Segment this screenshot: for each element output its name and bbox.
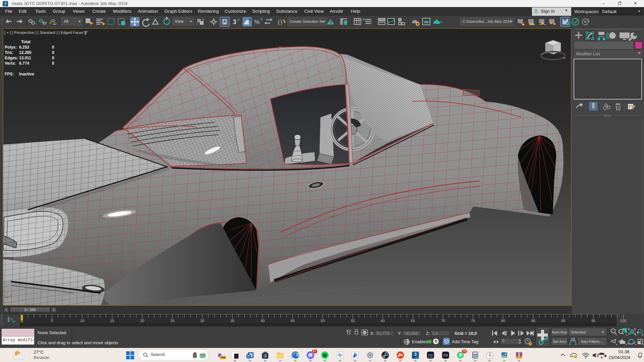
svg-text:{ }: { } [278, 19, 283, 25]
svg-text:3: 3 [233, 18, 236, 25]
svg-text:View: View [175, 19, 183, 24]
svg-text:All: All [64, 19, 68, 24]
svg-text:C:\Users\Axi...3ds Max 2024: C:\Users\Axi...3ds Max 2024 [463, 19, 512, 23]
svg-text:PB: PB [428, 354, 433, 357]
svg-text:O: O [247, 355, 250, 358]
svg-text:Create Selection Se: Create Selection Se [290, 19, 324, 23]
svg-text:MAX: MAX [4, 5, 7, 6]
svg-text:%: % [254, 19, 260, 25]
svg-text:?: ? [248, 18, 251, 23]
svg-text:MAX: MAX [416, 356, 420, 358]
svg-text:3: 3 [414, 352, 417, 357]
svg-text:?: ? [270, 18, 273, 22]
svg-text:Modifier List: Modifier List [576, 51, 600, 56]
svg-text:?: ? [260, 17, 263, 22]
svg-text:?: ? [237, 18, 240, 23]
svg-text:!: ! [575, 356, 576, 359]
svg-text:PB: PB [443, 354, 448, 357]
svg-text:3: 3 [4, 2, 6, 5]
